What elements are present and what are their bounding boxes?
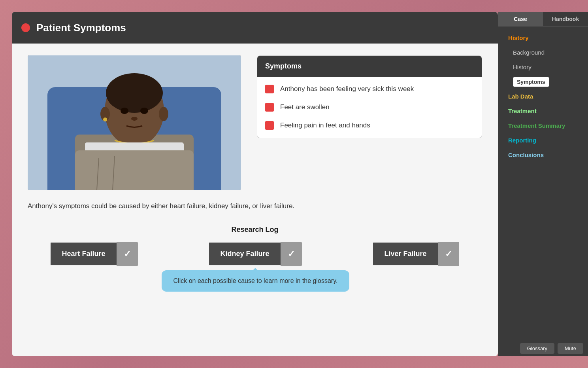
content-row: Symptoms Anthony has been feeling very s…: [28, 55, 482, 190]
red-dot-icon: [21, 23, 30, 32]
symptom-text-1: Anthony has been feeling very sick this …: [280, 85, 414, 93]
patient-photo: [28, 55, 241, 190]
heart-failure-button[interactable]: Heart Failure: [51, 242, 138, 266]
symptom-square-3: [265, 121, 274, 130]
research-item-kidney: Kidney Failure Click on each possible ca…: [162, 242, 350, 292]
svg-point-6: [121, 108, 128, 114]
mute-button[interactable]: Mute: [558, 343, 583, 354]
sidebar-item-conclusions[interactable]: Conclusions: [504, 148, 582, 161]
symptoms-box: Symptoms Anthony has been feeling very s…: [257, 55, 482, 138]
glossary-button[interactable]: Glossary: [520, 343, 554, 354]
symptom-text-2: Feet are swollen: [280, 103, 330, 111]
sidebar-item-symptoms[interactable]: Symptoms: [504, 75, 582, 88]
symptom-item-1: Anthony has been feeling very sick this …: [265, 85, 474, 93]
symptom-square-1: [265, 85, 274, 93]
sidebar-item-treatment[interactable]: Treatment: [504, 104, 582, 118]
research-item-liver: Liver Failure: [373, 242, 459, 266]
svg-rect-13: [75, 150, 194, 190]
description-text: Anthony's symptoms could be caused by ei…: [28, 201, 482, 211]
svg-point-7: [140, 108, 148, 114]
card-header: Patient Symptoms: [12, 12, 498, 44]
symptom-text-3: Feeling pain in feet and hands: [280, 121, 370, 129]
sidebar-item-background[interactable]: Background: [504, 46, 582, 59]
sidebar-tabs: Case Handbook: [498, 12, 588, 27]
svg-point-10: [159, 107, 168, 121]
right-sidebar: Case Handbook History Background History…: [498, 12, 588, 356]
research-log-section: Research Log Heart Failure Kidney Failur…: [28, 226, 482, 292]
heart-failure-check-icon: [117, 242, 138, 266]
sidebar-item-treatment-summary[interactable]: Treatment Summary: [504, 119, 582, 132]
sidebar-item-reporting[interactable]: Reporting: [504, 134, 582, 147]
svg-point-8: [131, 117, 138, 121]
liver-failure-button[interactable]: Liver Failure: [373, 242, 459, 266]
kidney-failure-label: Kidney Failure: [209, 243, 280, 265]
bottom-bar: Glossary Mute: [498, 340, 588, 356]
symptom-item-3: Feeling pain in feet and hands: [265, 121, 474, 130]
symptom-square-2: [265, 103, 274, 112]
svg-point-5: [106, 73, 163, 113]
symptoms-header: Symptoms: [257, 56, 482, 77]
card-title: Patient Symptoms: [36, 22, 126, 34]
tab-handbook[interactable]: Handbook: [543, 12, 588, 26]
kidney-failure-check-icon: [281, 242, 302, 266]
liver-failure-check-icon: [438, 242, 459, 266]
svg-point-11: [103, 118, 107, 121]
tab-case[interactable]: Case: [498, 12, 543, 26]
sidebar-item-history[interactable]: History: [504, 31, 582, 44]
symptoms-list: Anthony has been feeling very sick this …: [257, 77, 482, 138]
sidebar-nav: History Background History Symptoms Lab …: [498, 27, 588, 166]
liver-failure-label: Liver Failure: [373, 243, 437, 265]
research-log-title: Research Log: [28, 226, 482, 234]
heart-failure-label: Heart Failure: [51, 243, 116, 265]
main-card: Patient Symptoms: [12, 12, 498, 356]
kidney-failure-button[interactable]: Kidney Failure: [209, 242, 302, 266]
sidebar-item-lab-data[interactable]: Lab Data: [504, 90, 582, 103]
research-log-items: Heart Failure Kidney Failure Click on ea…: [28, 242, 482, 292]
sidebar-item-history2[interactable]: History: [504, 61, 582, 74]
symptom-item-2: Feet are swollen: [265, 103, 474, 112]
symptoms-active-label: Symptoms: [513, 77, 549, 87]
card-body: Symptoms Anthony has been feeling very s…: [12, 44, 498, 304]
tooltip-text: Click on each possible cause to learn mo…: [173, 277, 338, 284]
tooltip-bubble: Click on each possible cause to learn mo…: [162, 270, 350, 292]
research-item-heart: Heart Failure: [51, 242, 138, 266]
